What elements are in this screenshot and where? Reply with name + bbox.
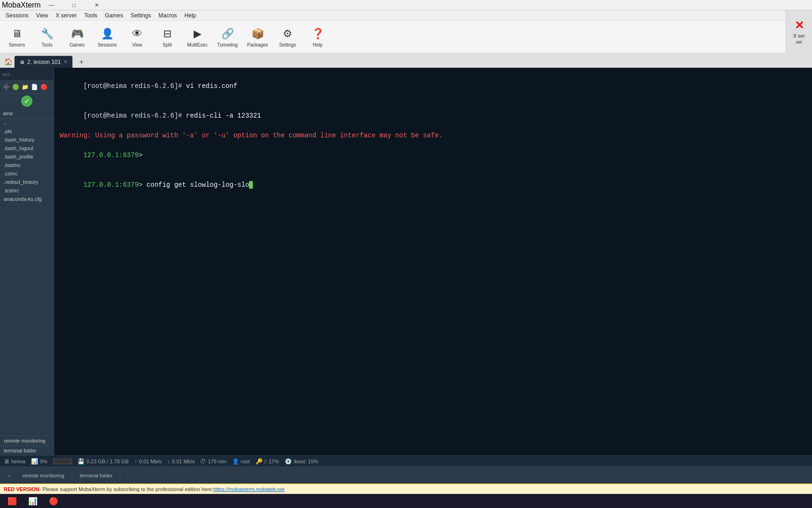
cpu-bar-icon bbox=[53, 459, 72, 464]
toolbar-help[interactable]: ❓ Help bbox=[304, 23, 331, 51]
multiexec-icon: ▶ bbox=[190, 26, 205, 41]
sidebar-connect-icon[interactable]: 🟢 bbox=[11, 83, 20, 91]
status-upload: ↑ 0.01 Mb/s bbox=[134, 458, 162, 465]
toolbar-tools-label: Tools bbox=[41, 42, 52, 48]
tabbar: 🏠 🖥 2. lesson 101 ✕ + bbox=[0, 54, 812, 68]
status-cpu-label: 0% bbox=[40, 459, 47, 464]
sidebar-search-input[interactable] bbox=[3, 71, 51, 77]
status-download-label: 0.01 Mb/s bbox=[172, 459, 195, 464]
tab-close-button[interactable]: ✕ bbox=[63, 59, 68, 65]
home-tab[interactable]: 🏠 bbox=[2, 56, 14, 68]
tab-lesson101[interactable]: 🖥 2. lesson 101 ✕ bbox=[14, 56, 73, 68]
menu-view[interactable]: View bbox=[32, 11, 52, 20]
time-icon: ⏱ bbox=[200, 458, 206, 465]
sidebar-remote-monitoring[interactable]: remote monitoring bbox=[0, 436, 54, 445]
menu-sessions[interactable]: Sessions bbox=[2, 11, 32, 20]
sidebar-bottom: remote monitoring terminal folder bbox=[0, 436, 54, 455]
status-heima-label: heima bbox=[11, 459, 25, 464]
toolbar-multiexec-label: MultiExec bbox=[187, 42, 207, 48]
root-disk-icon: 🔑 bbox=[256, 458, 263, 465]
bottom-panel-remote-monitoring[interactable]: remote monitoring bbox=[15, 471, 72, 480]
status-download: ↓ 0.01 Mb/s bbox=[167, 458, 195, 465]
toolbar-settings-label: Settings bbox=[279, 42, 296, 48]
taskbar-item-1[interactable]: 🟥 bbox=[4, 496, 21, 507]
tunneling-icon: 🔗 bbox=[220, 26, 235, 41]
toolbar-games-label: Games bbox=[70, 42, 85, 48]
maximize-button[interactable]: □ bbox=[63, 0, 85, 10]
sidebar: ➕ 🟢 📁 📄 🔴 ✓ ame .. .pki .bash_history .b… bbox=[0, 68, 54, 455]
cpu-icon: 📊 bbox=[31, 458, 38, 465]
bottom-panel-terminal-folder[interactable]: terminal folder bbox=[72, 471, 121, 480]
sidebar-search[interactable] bbox=[0, 68, 54, 81]
status-time: ⏱ 179 min bbox=[200, 458, 226, 465]
status-bar bbox=[53, 459, 72, 464]
toolbar-view[interactable]: 👁 View bbox=[124, 23, 150, 51]
toolbar-multiexec[interactable]: ▶ MultiExec bbox=[184, 23, 211, 51]
terminal-line-1: [root@heima redis-6.2.6]# vi redis.conf bbox=[60, 71, 806, 101]
menu-tools[interactable]: Tools bbox=[80, 11, 101, 20]
bottom-panel-arrow[interactable]: › bbox=[4, 470, 15, 481]
toolbar-sessions-label: Sessions bbox=[98, 42, 117, 48]
sidebar-item-bash-history[interactable]: .bash_history bbox=[0, 135, 54, 144]
sidebar-file-icon[interactable]: 📄 bbox=[30, 83, 39, 91]
sidebar-item-rediscl-history[interactable]: .rediscl_history bbox=[0, 178, 54, 186]
minimize-button[interactable]: — bbox=[41, 0, 62, 10]
tab-icon: 🖥 bbox=[19, 59, 24, 65]
terminal[interactable]: [root@heima redis-6.2.6]# vi redis.conf … bbox=[54, 68, 812, 455]
sidebar-item-anaconda-ks[interactable]: anaconda-ks.cfg bbox=[0, 195, 54, 203]
sidebar-item-bashrc[interactable]: .bashrc bbox=[0, 161, 54, 169]
toolbar-servers[interactable]: 🖥 Servers bbox=[4, 23, 30, 51]
titlebar-title: MobaXterm bbox=[2, 1, 41, 9]
promobar: RED VERSION - Please support MobaXterm b… bbox=[0, 484, 812, 494]
tab-label: 2. lesson 101 bbox=[27, 59, 61, 65]
x-server-button[interactable]: ✕ X ser ver bbox=[786, 10, 812, 53]
help-icon: ❓ bbox=[310, 26, 325, 41]
taskbar-icon-1: 🟥 bbox=[8, 497, 17, 506]
titlebar: MobaXterm — □ ✕ bbox=[0, 0, 812, 10]
promo-link[interactable]: https://mobaxterm.mobatek.net bbox=[213, 486, 285, 492]
sessions-icon: 👤 bbox=[100, 26, 115, 41]
sidebar-item-bash-logout[interactable]: .bash_logout bbox=[0, 144, 54, 152]
terminal-cmd-2: redis-cli -a 123321 bbox=[186, 112, 261, 119]
sidebar-item-tcshrc[interactable]: .tcshrc bbox=[0, 186, 54, 195]
terminal-cursor bbox=[249, 181, 253, 189]
menu-macros[interactable]: Macros bbox=[155, 11, 180, 20]
menu-help[interactable]: Help bbox=[181, 11, 200, 20]
toolbar-help-label: Help bbox=[313, 42, 323, 48]
taskbar: 🟥 📊 🔴 bbox=[0, 494, 812, 508]
toolbar-split-label: Split bbox=[163, 42, 172, 48]
x-server-label: X ser bbox=[793, 33, 805, 39]
toolbar-split[interactable]: ⊟ Split bbox=[154, 23, 180, 51]
sidebar-terminal-folder[interactable]: terminal folder bbox=[0, 445, 54, 455]
toolbar-settings[interactable]: ⚙ Settings bbox=[274, 23, 301, 51]
toolbar-tools[interactable]: 🔧 Tools bbox=[34, 23, 60, 51]
sidebar-icons: ➕ 🟢 📁 📄 🔴 bbox=[0, 81, 54, 94]
terminal-prompt-4: > bbox=[139, 181, 147, 189]
sidebar-add-icon[interactable]: ➕ bbox=[2, 83, 10, 91]
taskbar-item-2[interactable]: 📊 bbox=[24, 496, 41, 507]
sidebar-item-bash-profile[interactable]: .bash_profile bbox=[0, 152, 54, 161]
toolbar-tunneling[interactable]: 🔗 Tunneling bbox=[214, 23, 241, 51]
toolbar-sessions[interactable]: 👤 Sessions bbox=[94, 23, 120, 51]
toolbar-games[interactable]: 🎮 Games bbox=[64, 23, 90, 51]
menu-settings[interactable]: Settings bbox=[127, 11, 155, 20]
sidebar-stop-icon[interactable]: 🔴 bbox=[39, 83, 48, 91]
sidebar-item-dotdot[interactable]: .. bbox=[0, 119, 54, 127]
statusbar: 🖥 heima 📊 0% 💾 0.23 GB / 1.78 GB ↑ 0.01 … bbox=[0, 455, 812, 467]
close-button[interactable]: ✕ bbox=[86, 0, 108, 10]
memory-icon: 💾 bbox=[78, 458, 85, 465]
sidebar-item-cshrc[interactable]: .cshrc bbox=[0, 169, 54, 178]
taskbar-item-3[interactable]: 🔴 bbox=[45, 496, 62, 507]
toolbar-packages[interactable]: 📦 Packages bbox=[244, 23, 271, 51]
menu-games[interactable]: Games bbox=[101, 11, 127, 20]
main-content: ➕ 🟢 📁 📄 🔴 ✓ ame .. .pki .bash_history .b… bbox=[0, 68, 812, 455]
terminal-line-3: 127.0.0.1:6379> bbox=[60, 141, 806, 170]
view-icon: 👁 bbox=[130, 26, 145, 41]
menu-xserver[interactable]: X server bbox=[52, 11, 81, 20]
status-user-label: root bbox=[241, 459, 250, 464]
sidebar-item-pki[interactable]: .pki bbox=[0, 127, 54, 135]
add-tab-button[interactable]: + bbox=[76, 56, 87, 68]
servers-icon: 🖥 bbox=[9, 26, 24, 41]
sidebar-folder-icon[interactable]: 📁 bbox=[21, 83, 29, 91]
terminal-prompt-3: > bbox=[139, 151, 147, 159]
